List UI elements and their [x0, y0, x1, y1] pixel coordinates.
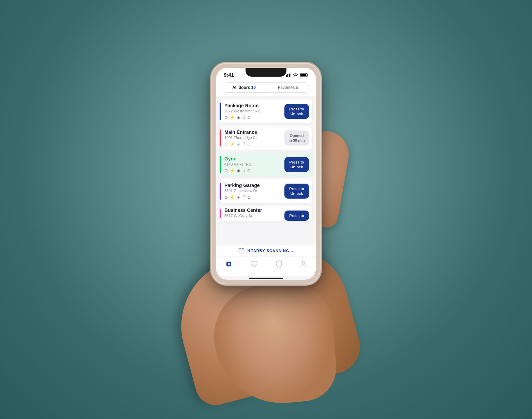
bluetooth-icon2: ⚡	[230, 142, 235, 146]
svg-rect-0	[286, 75, 287, 77]
nav-item-profile[interactable]	[295, 260, 312, 270]
battery-icon	[300, 73, 308, 77]
nav-item-home[interactable]	[220, 260, 238, 270]
wifi-door-icon: ◈	[237, 115, 240, 120]
package-room-accent	[220, 103, 221, 120]
scan-icon4: ⊙	[224, 195, 228, 200]
signal-icon	[286, 73, 291, 77]
parking-garage-accent	[220, 183, 221, 200]
svg-point-8	[228, 263, 230, 265]
package-room-unlock-button[interactable]: Press toUnlock	[284, 104, 309, 119]
gym-accent	[220, 156, 221, 173]
package-room-address: 2972 Westheimer Rd.	[224, 109, 284, 113]
phone-frame: 9:41	[211, 63, 321, 284]
package-room-icons: ⊙ ⚡ ◈ ⠿ ⊙	[224, 115, 284, 120]
svg-rect-5	[307, 74, 308, 76]
tab-all-doors[interactable]: All doors 10	[222, 83, 266, 92]
svg-rect-1	[287, 74, 289, 77]
wifi-icon	[293, 73, 298, 77]
bluetooth-icon4: ⚡	[230, 195, 235, 200]
home-indicator	[249, 278, 283, 279]
main-entrance-name: Main Entrance	[224, 129, 284, 135]
nav-item-shield[interactable]	[270, 260, 288, 270]
svg-rect-6	[300, 74, 306, 76]
main-entrance-opened-button[interactable]: Openedin 30 min	[284, 130, 309, 146]
door-list: Package Room 2972 Westheimer Rd. ⊙ ⚡ ◈ ⠿…	[216, 96, 316, 245]
bluetooth-icon3: ⚡	[230, 168, 235, 173]
parking-garage-icons: ⊙ ⚡ ◈ ⠿ ⊙	[224, 195, 284, 200]
clock-icon: ⊙	[247, 115, 251, 120]
business-center-name: Business Center	[224, 207, 284, 213]
nav-item-health[interactable]	[245, 260, 263, 270]
door-item-parking-garage: Parking Garage 3891 Ranchview Dr. ⊙ ⚡ ◈ …	[220, 179, 312, 203]
gym-info: Gym 4140 Parker Rd. ⊙ ⚡ ◈ ⠿ ⊙	[224, 156, 284, 173]
health-icon	[250, 261, 258, 269]
package-room-info: Package Room 2972 Westheimer Rd. ⊙ ⚡ ◈ ⠿…	[224, 103, 284, 120]
gym-name: Gym	[224, 156, 284, 161]
phone-screen: 9:41	[216, 68, 316, 280]
svg-rect-2	[289, 74, 290, 77]
business-center-address: 3517 W. Gray St.	[224, 214, 284, 218]
scan-icon2: ⊙	[224, 142, 228, 146]
tabs-container: All doors 10 Favorites 5	[216, 80, 316, 96]
svg-point-9	[302, 261, 305, 264]
parking-garage-info: Parking Garage 3891 Ranchview Dr. ⊙ ⚡ ◈ …	[224, 183, 284, 200]
shield-nav-icon	[276, 260, 282, 269]
bluetooth-icon: ⚡	[230, 115, 235, 120]
grid-icon4: ⠿	[242, 195, 245, 200]
scanning-text: NEARBY SCANNING...	[247, 249, 293, 253]
main-entrance-icons: ⊙ ⚡ ◈ ⠿ ⊙	[224, 142, 284, 146]
gym-icons: ⊙ ⚡ ◈ ⠿ ⊙	[224, 168, 284, 173]
status-icons	[286, 73, 308, 77]
door-item-gym: Gym 4140 Parker Rd. ⊙ ⚡ ◈ ⠿ ⊙ Press toUn…	[220, 153, 312, 176]
wifi-door-icon2: ◈	[237, 142, 240, 146]
main-entrance-accent	[220, 129, 221, 146]
scanning-spinner	[238, 248, 245, 254]
grid-icon3: ⠿	[242, 168, 245, 173]
wifi-door-icon3: ◈	[237, 168, 240, 173]
main-entrance-info: Main Entrance 1901 Thornridge Cir. ⊙ ⚡ ◈…	[224, 129, 284, 146]
main-entrance-address: 1901 Thornridge Cir.	[224, 136, 284, 140]
phone-scene: 9:41	[194, 63, 338, 370]
wifi-door-icon4: ◈	[237, 195, 240, 200]
business-center-unlock-button[interactable]: Press to	[284, 211, 309, 221]
parking-garage-unlock-button[interactable]: Press toUnlock	[284, 184, 309, 199]
home-icon	[225, 260, 233, 269]
bottom-nav	[216, 257, 316, 276]
parking-garage-address: 3891 Ranchview Dr.	[224, 189, 284, 193]
scan-icon: ⊙	[224, 115, 228, 120]
grid-icon: ⠿	[242, 115, 245, 120]
tabs: All doors 10 Favorites 5	[222, 82, 310, 93]
grid-icon2: ⠿	[242, 142, 245, 146]
clock-icon2: ⊙	[247, 142, 251, 146]
tab-favorites[interactable]: Favorites 5	[266, 83, 310, 92]
door-item-package-room: Package Room 2972 Westheimer Rd. ⊙ ⚡ ◈ ⠿…	[220, 99, 312, 123]
door-item-business-center: Business Center 3517 W. Gray St. Press t…	[220, 206, 312, 221]
gym-address: 4140 Parker Rd.	[224, 162, 284, 166]
gym-unlock-button[interactable]: Press toUnlock	[284, 157, 309, 172]
svg-rect-3	[291, 73, 292, 77]
status-time: 9:41	[224, 72, 234, 78]
package-room-name: Package Room	[224, 103, 284, 108]
scanning-bar: NEARBY SCANNING...	[216, 245, 316, 257]
door-item-main-entrance: Main Entrance 1901 Thornridge Cir. ⊙ ⚡ ◈…	[220, 126, 312, 150]
parking-garage-name: Parking Garage	[224, 183, 284, 188]
business-center-info: Business Center 3517 W. Gray St.	[224, 207, 284, 220]
scan-icon3: ⊙	[224, 168, 228, 173]
clock-icon3: ⊙	[247, 168, 251, 173]
profile-icon	[300, 260, 307, 269]
business-center-accent	[220, 209, 221, 218]
notch	[246, 68, 286, 77]
clock-icon4: ⊙	[247, 195, 251, 200]
